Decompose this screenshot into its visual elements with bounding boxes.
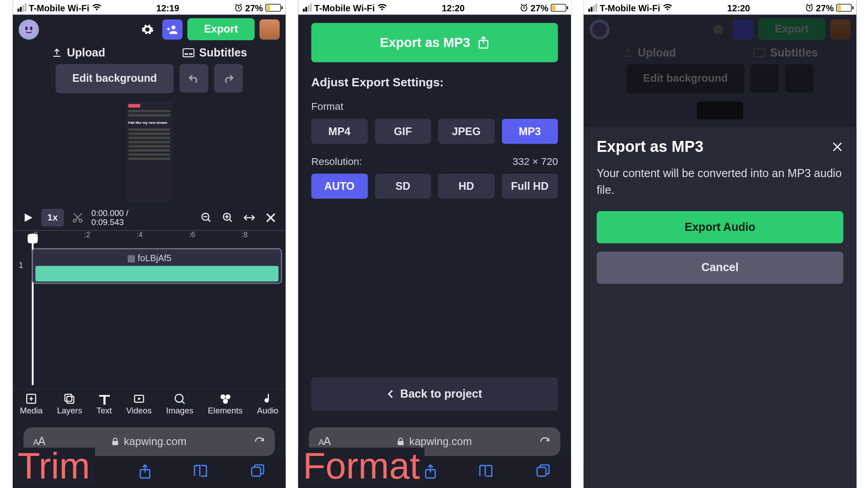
undo-button bbox=[750, 64, 779, 92]
nav-images[interactable]: Images bbox=[166, 393, 193, 415]
nav-elements[interactable]: Elements bbox=[208, 393, 243, 415]
export-audio-button[interactable]: Export Audio bbox=[597, 211, 844, 243]
fit-button[interactable] bbox=[241, 209, 259, 227]
add-person-button[interactable] bbox=[162, 19, 183, 39]
nav-media[interactable]: Media bbox=[20, 393, 42, 415]
reload-button[interactable] bbox=[539, 436, 551, 447]
back-to-project-button[interactable]: Back to project bbox=[311, 377, 558, 411]
tick-4: :4 bbox=[137, 230, 142, 239]
wifi-icon bbox=[377, 4, 387, 11]
clock: 12:19 bbox=[156, 2, 179, 12]
modal-title: Export as MP3 bbox=[597, 137, 703, 155]
export-as-button[interactable]: Export as MP3 bbox=[311, 23, 558, 62]
nav-videos[interactable]: Videos bbox=[126, 393, 151, 415]
status-bar: T-Mobile Wi-Fi 12:20 27% bbox=[584, 0, 857, 14]
res-auto[interactable]: AUTO bbox=[311, 174, 368, 198]
format-options: MP4 GIF JPEG MP3 bbox=[298, 119, 571, 151]
battery-pct: 27% bbox=[530, 2, 548, 12]
play-button[interactable] bbox=[19, 212, 38, 223]
nav-text[interactable]: Text bbox=[97, 393, 112, 415]
speed-button[interactable]: 1x bbox=[41, 209, 64, 227]
caption-trim: Trim bbox=[13, 447, 94, 484]
undo-button[interactable] bbox=[179, 64, 208, 92]
zoom-out-button[interactable] bbox=[198, 209, 216, 227]
status-bar: T-Mobile Wi-Fi 12:19 27% bbox=[13, 0, 286, 14]
format-mp4[interactable]: MP4 bbox=[311, 119, 368, 144]
time-total: 0:09.543 bbox=[91, 217, 128, 226]
res-fhd[interactable]: Full HD bbox=[502, 174, 558, 198]
nav-audio[interactable]: Audio bbox=[257, 393, 278, 415]
cancel-button[interactable]: Cancel bbox=[597, 252, 844, 284]
edit-background-button[interactable]: Edit background bbox=[56, 64, 174, 93]
sub-header: Upload Subtitles bbox=[13, 43, 286, 64]
alarm-icon bbox=[520, 3, 528, 11]
close-button[interactable] bbox=[262, 209, 280, 227]
clock: 12:20 bbox=[442, 2, 465, 12]
reload-button[interactable] bbox=[254, 436, 265, 447]
signal-icon bbox=[588, 3, 597, 11]
screen-trim: T-Mobile Wi-Fi 12:19 27% Export bbox=[13, 0, 286, 488]
resolution-options: AUTO SD HD Full HD bbox=[298, 174, 571, 206]
svg-rect-20 bbox=[113, 441, 118, 445]
res-sd[interactable]: SD bbox=[375, 174, 431, 198]
redo-button[interactable] bbox=[214, 64, 243, 92]
tick-6: :6 bbox=[189, 230, 195, 239]
res-hd[interactable]: HD bbox=[438, 174, 495, 198]
redo-button bbox=[785, 64, 813, 92]
wifi-icon bbox=[662, 4, 672, 11]
close-icon[interactable] bbox=[831, 141, 843, 152]
svg-rect-14 bbox=[67, 396, 74, 403]
battery-pct: 27% bbox=[245, 2, 263, 12]
adjust-settings-title: Adjust Export Settings: bbox=[298, 73, 571, 96]
carrier-label: T-Mobile Wi-Fi bbox=[29, 2, 90, 12]
svg-point-4 bbox=[171, 25, 175, 29]
resolution-label: Resolution: bbox=[311, 155, 362, 167]
export-as-label: Export as MP3 bbox=[380, 35, 470, 50]
user-avatar bbox=[830, 19, 850, 39]
clip[interactable] bbox=[35, 266, 278, 281]
app-logo[interactable] bbox=[19, 19, 39, 39]
svg-rect-25 bbox=[398, 441, 404, 445]
signal-icon bbox=[303, 3, 312, 11]
signal-icon bbox=[18, 3, 27, 11]
carrier-label: T-Mobile Wi-Fi bbox=[599, 2, 660, 12]
svg-point-18 bbox=[225, 394, 230, 399]
alarm-icon bbox=[234, 3, 242, 11]
share-icon[interactable] bbox=[424, 464, 437, 479]
svg-rect-22 bbox=[252, 467, 261, 476]
share-icon[interactable] bbox=[138, 464, 151, 479]
time-current: 0:00.000 / bbox=[91, 208, 128, 217]
svg-point-16 bbox=[175, 394, 184, 402]
svg-point-30 bbox=[713, 24, 723, 34]
tabs-icon[interactable] bbox=[250, 464, 265, 479]
app-logo bbox=[590, 19, 610, 39]
svg-point-1 bbox=[22, 22, 36, 36]
user-avatar[interactable] bbox=[259, 19, 280, 39]
format-mp3[interactable]: MP3 bbox=[502, 119, 558, 144]
nav-layers[interactable]: Layers bbox=[57, 393, 82, 415]
bookmarks-icon[interactable] bbox=[479, 464, 494, 479]
svg-point-19 bbox=[223, 399, 228, 404]
battery-icon bbox=[265, 4, 281, 11]
preview-canvas[interactable]: Fall like my new dream bbox=[13, 99, 286, 205]
export-button[interactable]: Export bbox=[187, 18, 255, 40]
timeline-ruler[interactable]: :0 :2 :4 :6 :8 bbox=[13, 230, 286, 241]
format-gif[interactable]: GIF bbox=[375, 119, 431, 144]
upload-tab[interactable]: Upload bbox=[52, 46, 105, 59]
cut-button[interactable] bbox=[67, 207, 88, 228]
add-person-button bbox=[733, 19, 754, 39]
format-jpeg[interactable]: JPEG bbox=[438, 119, 495, 144]
timeline-track[interactable]: 1 ▦ foLBjAf5 bbox=[16, 248, 282, 284]
subtitles-tab[interactable]: Subtitles bbox=[183, 46, 247, 59]
carrier-label: T-Mobile Wi-Fi bbox=[314, 2, 375, 12]
gear-icon[interactable] bbox=[137, 19, 158, 39]
subtitles-tab: Subtitles bbox=[753, 46, 818, 59]
zoom-in-button[interactable] bbox=[219, 209, 237, 227]
svg-point-29 bbox=[593, 22, 607, 36]
export-button: Export bbox=[758, 18, 826, 40]
caption-format: Format bbox=[298, 447, 425, 484]
tabs-icon[interactable] bbox=[536, 464, 550, 479]
upload-tab: Upload bbox=[622, 46, 676, 59]
svg-rect-5 bbox=[183, 48, 194, 56]
bookmarks-icon[interactable] bbox=[193, 464, 209, 479]
